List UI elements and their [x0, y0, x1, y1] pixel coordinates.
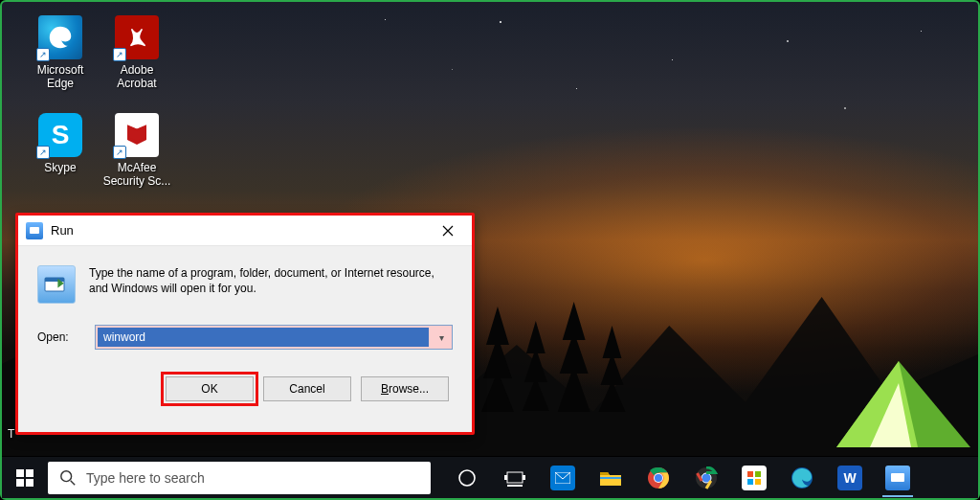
taskbar-word[interactable]: W: [827, 457, 873, 499]
svg-point-7: [459, 470, 475, 486]
desktop-icon-acrobat[interactable]: Adobe Acrobat: [101, 15, 172, 102]
taskbar-explorer[interactable]: [588, 457, 634, 499]
desktop: Microsoft Edge Adobe Acrobat S Skype McA…: [0, 0, 980, 500]
svg-rect-1: [45, 278, 64, 282]
browse-button[interactable]: Browse...: [361, 376, 449, 401]
taskbar-mail[interactable]: [540, 457, 586, 499]
run-taskbar-icon: [885, 466, 910, 490]
svg-rect-14: [600, 477, 621, 479]
combobox-dropdown-button[interactable]: ▾: [431, 326, 452, 349]
desktop-icon-label: Skype: [44, 161, 76, 174]
taskview-icon: [502, 466, 527, 490]
run-titlebar[interactable]: Run: [18, 216, 472, 246]
chrome-icon: [646, 466, 671, 490]
svg-rect-10: [523, 475, 525, 480]
svg-rect-2: [16, 469, 24, 477]
taskbar-taskview[interactable]: [492, 457, 538, 499]
acrobat-icon: [115, 15, 159, 59]
ok-button[interactable]: OK: [166, 376, 254, 401]
open-combobox[interactable]: ▾: [95, 325, 453, 350]
desktop-icon-edge[interactable]: Microsoft Edge: [25, 15, 96, 102]
cortana-icon: [455, 466, 479, 490]
desktop-icon-skype[interactable]: S Skype: [25, 113, 96, 199]
run-dialog: Run Type the name of a program, folder, …: [15, 213, 475, 435]
taskbar-cortana[interactable]: [444, 457, 490, 499]
open-label: Open:: [37, 330, 81, 344]
mail-icon: [550, 466, 575, 490]
desktop-icons: Microsoft Edge Adobe Acrobat S Skype McA…: [25, 15, 172, 199]
taskbar-chrome[interactable]: [635, 457, 681, 499]
svg-point-6: [61, 470, 72, 481]
taskbar-chrome-canary[interactable]: [683, 457, 729, 499]
taskbar-search[interactable]: Type here to search: [48, 462, 431, 494]
windows-icon: [16, 469, 33, 487]
taskbar: Type here to search W: [2, 456, 978, 498]
obscured-icon-label: T: [8, 427, 14, 441]
search-placeholder: Type here to search: [86, 470, 205, 486]
taskbar-edge[interactable]: [779, 457, 825, 499]
chevron-down-icon: ▾: [439, 332, 444, 343]
svg-rect-21: [747, 471, 753, 477]
taskbar-run[interactable]: [875, 457, 921, 499]
start-button[interactable]: [2, 457, 48, 499]
svg-rect-11: [507, 485, 523, 487]
svg-rect-8: [507, 472, 523, 483]
wallpaper-tent: [827, 356, 970, 452]
mcafee-icon: [115, 113, 159, 157]
edge-icon: [790, 466, 814, 490]
run-title: Run: [51, 223, 430, 238]
close-icon: [442, 225, 454, 237]
edge-icon: [38, 15, 82, 59]
folder-icon: [598, 466, 623, 490]
svg-point-17: [655, 474, 662, 482]
svg-rect-24: [755, 479, 761, 485]
desktop-icon-label: McAfee Security Sc...: [101, 161, 172, 188]
search-icon: [59, 469, 77, 487]
desktop-icon-label: Microsoft Edge: [25, 63, 96, 90]
word-icon: W: [837, 466, 862, 490]
desktop-icon-mcafee[interactable]: McAfee Security Sc...: [101, 113, 172, 199]
run-description: Type the name of a program, folder, docu…: [89, 265, 453, 304]
open-input[interactable]: [98, 328, 429, 347]
taskbar-store[interactable]: [731, 457, 777, 499]
run-titlebar-icon: [26, 222, 43, 239]
desktop-icon-label: Adobe Acrobat: [101, 63, 172, 90]
skype-icon: S: [38, 113, 82, 157]
close-button[interactable]: [430, 217, 466, 244]
svg-rect-9: [504, 475, 507, 480]
svg-rect-3: [26, 469, 33, 477]
run-icon: [37, 265, 76, 304]
svg-rect-22: [755, 471, 761, 477]
svg-rect-23: [747, 479, 753, 485]
svg-rect-4: [16, 479, 24, 487]
chrome-dark-icon: [694, 466, 719, 490]
store-icon: [742, 466, 767, 490]
cancel-button[interactable]: Cancel: [263, 376, 351, 401]
svg-rect-5: [26, 479, 33, 487]
